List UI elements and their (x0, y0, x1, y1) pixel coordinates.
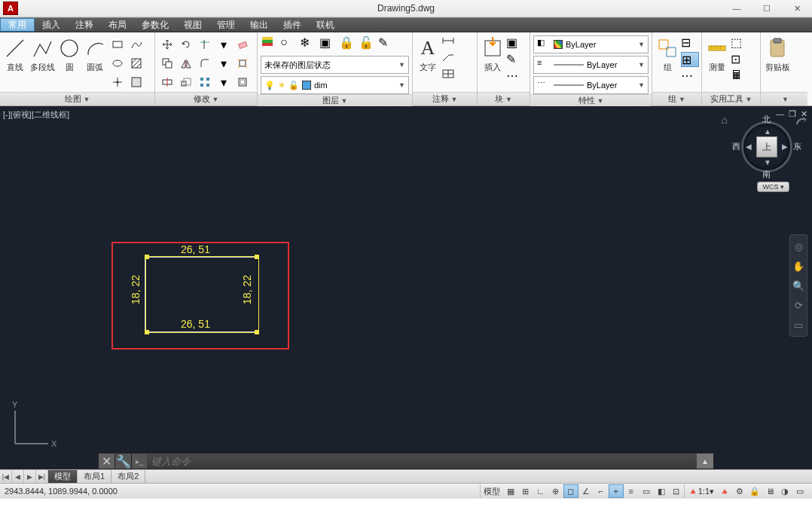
nav-pan-icon[interactable]: ✋ (792, 259, 805, 273)
tab-online[interactable]: 联机 (309, 18, 342, 32)
extend-icon[interactable]: ▾ (215, 35, 233, 53)
qselect-icon[interactable]: ⊡ (731, 52, 749, 67)
block-attr-icon[interactable]: ⋯ (506, 69, 524, 84)
cmd-history-icon[interactable]: ▲ (697, 453, 713, 469)
drawing-area[interactable]: [-][俯视][二维线框] — ❐ ✕ ⌂ 上 北 南 西 东 ▲ ▼ ◀ ▶ … (0, 106, 812, 483)
dim-right-text[interactable]: 18, 22 (241, 275, 253, 304)
measure-button[interactable]: 测量 (705, 35, 729, 82)
rect-icon[interactable] (108, 35, 127, 53)
panel-clipboard-title[interactable]: ▼ (761, 92, 807, 105)
paste-button[interactable]: 剪贴板 (764, 35, 791, 82)
qp-toggle-icon[interactable]: ◧ (654, 484, 669, 498)
tab-annotate[interactable]: 注释 (68, 18, 101, 32)
spline-icon[interactable] (127, 35, 145, 53)
panel-utility-title[interactable]: 实用工具▼ (702, 92, 760, 105)
annovis-toggle-icon[interactable]: 🔺 (717, 484, 732, 498)
tab-layout1[interactable]: 布局1 (78, 470, 111, 483)
color-select[interactable]: ◧ ByLayer ▼ (533, 35, 649, 53)
layer-iso-icon[interactable]: ▣ (319, 35, 337, 53)
tab-layout[interactable]: 布局 (101, 18, 134, 32)
offset-icon[interactable] (234, 73, 252, 91)
tab-next-icon[interactable]: ▶ (24, 470, 36, 483)
calc-icon[interactable]: 🖩 (731, 69, 749, 84)
polar-toggle-icon[interactable]: ⊕ (548, 484, 563, 498)
layer-match-icon[interactable]: ✎ (378, 35, 396, 53)
app-logo[interactable]: A (3, 2, 18, 15)
group-manager-icon[interactable]: ⋯ (681, 69, 699, 84)
hardware-icon[interactable]: 🖥 (762, 484, 777, 498)
layer-freeze-icon[interactable]: ❄ (300, 35, 318, 53)
coordinates[interactable]: 2943.8444, 1089.9944, 0.0000 (5, 487, 118, 496)
lineweight-select[interactable]: ≡ ByLayer ▼ (533, 56, 649, 74)
tab-layout2[interactable]: 布局2 (111, 470, 145, 483)
snap-toggle-icon[interactable]: ⊞ (518, 484, 533, 498)
leader-icon[interactable] (441, 52, 459, 67)
panel-property-title[interactable]: 特性▼ (530, 94, 652, 106)
grid-toggle-icon[interactable]: ▦ (503, 484, 518, 498)
dim-left-text[interactable]: 18, 22 (130, 275, 142, 304)
lwt-toggle-icon[interactable]: ≡ (624, 484, 639, 498)
tab-plugins[interactable]: 插件 (276, 18, 309, 32)
erase-icon[interactable] (234, 35, 252, 53)
fillet-icon[interactable] (196, 54, 214, 72)
viewport-label[interactable]: [-][俯视][二维线框] (3, 109, 69, 121)
panel-layer-title[interactable]: 图层▼ (258, 94, 412, 106)
tab-home[interactable]: 常用 (0, 18, 35, 32)
viewcube-rotate-icon[interactable] (794, 114, 809, 129)
tab-parametric[interactable]: 参数化 (134, 18, 176, 32)
osnap-toggle-icon[interactable]: ◻ (563, 484, 578, 498)
dyn-toggle-icon[interactable]: + (609, 484, 624, 498)
sc-toggle-icon[interactable]: ⊡ (669, 484, 684, 498)
viewcube-top[interactable]: 上 (756, 136, 777, 157)
nav-orbit-icon[interactable]: ⟳ (792, 298, 805, 312)
command-line[interactable]: ✕ 🔧 ▸_ ▲ (98, 453, 714, 469)
nav-show-icon[interactable]: ▭ (792, 318, 805, 331)
otrack-toggle-icon[interactable]: ∠ (578, 484, 594, 498)
array-icon[interactable] (196, 73, 214, 91)
status-model[interactable]: 模型 (480, 484, 503, 498)
edit-block-icon[interactable]: ✎ (506, 52, 524, 67)
viewcube-east[interactable]: 东 (793, 141, 801, 152)
viewcube-west[interactable]: 西 (732, 141, 740, 152)
linetype-select[interactable]: ⋯ ByLayer ▼ (533, 76, 649, 94)
copy-icon[interactable] (158, 54, 176, 72)
text-button[interactable]: A 文字 (416, 35, 440, 82)
isolate-icon[interactable]: ◑ (777, 484, 792, 498)
table-icon[interactable] (441, 69, 459, 84)
clean-screen-icon[interactable]: ▭ (792, 484, 807, 498)
mirror-icon[interactable] (177, 54, 195, 72)
ortho-toggle-icon[interactable]: ∟ (533, 484, 548, 498)
point-icon[interactable] (108, 73, 127, 91)
nav-wheel-icon[interactable]: ◎ (792, 240, 805, 253)
ungroup-icon[interactable]: ⊟ (681, 35, 699, 50)
maximize-button[interactable]: ☐ (752, 0, 782, 17)
layer-unlock-icon[interactable]: 🔓 (359, 35, 377, 53)
rotate-icon[interactable] (177, 35, 195, 53)
ellipse-icon[interactable] (108, 54, 127, 72)
viewcube[interactable]: 上 北 南 西 东 ▲ ▼ ◀ ▶ (737, 117, 797, 177)
viewcube-north[interactable]: 北 (762, 114, 771, 125)
command-input[interactable] (147, 453, 697, 469)
layer-state-select[interactable]: 未保存的图层状态 ▼ (261, 56, 409, 74)
stretch-icon[interactable] (158, 73, 176, 91)
hatch-icon[interactable] (127, 54, 145, 72)
anno-scale-icon[interactable]: 🔺 1:1 ▾ (684, 484, 717, 498)
tpy-toggle-icon[interactable]: ▭ (639, 484, 654, 498)
layer-current-select[interactable]: 💡 ☀ 🔓 dim ▼ (261, 76, 409, 94)
explode-icon[interactable] (234, 54, 252, 72)
viewcube-south[interactable]: 南 (762, 169, 771, 180)
dim-linear-icon[interactable] (441, 35, 459, 50)
close-button[interactable]: ✕ (782, 0, 812, 17)
nav-zoom-icon[interactable]: 🔍 (792, 279, 805, 292)
line-button[interactable]: 直线 (3, 35, 27, 82)
chamfer-icon[interactable]: ▾ (215, 54, 233, 72)
panel-modify-title[interactable]: 修改▼ (155, 92, 257, 105)
tab-insert[interactable]: 插入 (35, 18, 68, 32)
tab-first-icon[interactable]: |◀ (0, 470, 12, 483)
dim-bottom-text[interactable]: 26, 51 (181, 318, 210, 330)
tab-view[interactable]: 视图 (176, 18, 209, 32)
tab-last-icon[interactable]: ▶| (36, 470, 48, 483)
panel-group-title[interactable]: 组▼ (652, 92, 701, 105)
ducs-toggle-icon[interactable]: ⌐ (594, 484, 609, 498)
create-block-icon[interactable]: ▣ (506, 35, 524, 50)
